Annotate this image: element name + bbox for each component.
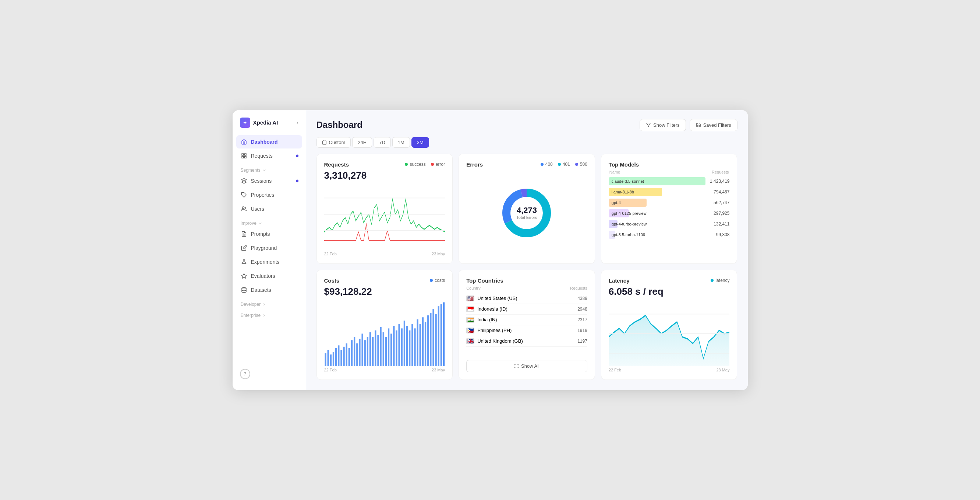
svg-rect-49 <box>393 326 395 366</box>
model-bar-llama: llama-3.1-8b <box>609 188 662 196</box>
svg-rect-30 <box>343 347 344 366</box>
svg-rect-24 <box>327 350 329 366</box>
svg-rect-67 <box>440 304 442 366</box>
errors-card-title: Errors <box>466 161 483 168</box>
sidebar-item-dashboard[interactable]: Dashboard <box>236 135 302 149</box>
requests-value: 3,310,278 <box>324 170 445 181</box>
sidebar-item-experiments[interactable]: Experiments <box>236 256 302 268</box>
nav-section-enterprise: Enterprise <box>236 308 302 319</box>
latency-value: 6.058 s / req <box>609 286 730 297</box>
requests-date-end: 23 May <box>432 252 445 256</box>
model-count: 1,423,419 <box>709 179 729 184</box>
svg-rect-41 <box>372 337 374 366</box>
sidebar-item-datasets[interactable]: Datasets <box>236 283 302 297</box>
model-count: 297,925 <box>709 211 729 216</box>
svg-rect-44 <box>380 327 381 366</box>
time-filter-1m[interactable]: 1M <box>392 137 410 148</box>
sidebar-item-users[interactable]: Users <box>236 202 302 216</box>
header-actions: Show Filters Saved Filters <box>640 119 737 131</box>
svg-rect-42 <box>375 330 376 366</box>
svg-rect-29 <box>340 350 342 366</box>
time-filter-custom[interactable]: Custom <box>317 137 351 148</box>
svg-rect-2 <box>242 156 243 158</box>
help-button[interactable]: ? <box>240 369 250 379</box>
latency-legend: latency <box>711 278 729 283</box>
sidebar-item-requests[interactable]: Requests <box>236 149 302 163</box>
svg-rect-38 <box>364 340 366 366</box>
svg-rect-36 <box>359 339 360 366</box>
svg-rect-33 <box>351 340 352 366</box>
latency-date-start: 22 Feb <box>609 368 621 372</box>
show-filters-button[interactable]: Show Filters <box>640 119 686 131</box>
svg-point-6 <box>242 207 244 209</box>
svg-rect-0 <box>242 153 243 155</box>
costs-card-title: Costs <box>324 278 340 284</box>
svg-rect-34 <box>354 337 355 366</box>
errors-total-value: 4,273 <box>516 206 537 215</box>
svg-rect-56 <box>411 324 413 366</box>
svg-rect-32 <box>348 348 350 366</box>
svg-rect-53 <box>403 321 405 366</box>
users-icon <box>241 206 247 212</box>
costs-date-start: 22 Feb <box>324 368 337 372</box>
svg-rect-28 <box>338 345 339 366</box>
sidebar-item-prompts[interactable]: Prompts <box>236 227 302 241</box>
sidebar-item-properties[interactable]: Properties <box>236 188 302 201</box>
country-row: 🇮🇩 Indonesia (ID) 2948 <box>466 304 587 315</box>
svg-rect-58 <box>417 319 418 366</box>
model-row: claude-3.5-sonnet 1,423,419 <box>609 177 730 185</box>
models-table-header: Name Requests <box>609 170 730 174</box>
main-content: Dashboard Show Filters Saved Filters Cus… <box>306 110 748 390</box>
sidebar-item-playground[interactable]: Playground <box>236 241 302 255</box>
top-countries-card: Top Countries Country Requests 🇺🇸 United… <box>458 270 595 380</box>
countries-table: 🇺🇸 United States (US) 4389 🇮🇩 Indonesia … <box>466 293 587 356</box>
model-bar-claude: claude-3.5-sonnet <box>609 177 706 185</box>
model-count: 132,411 <box>709 222 729 227</box>
main-header: Dashboard Show Filters Saved Filters <box>306 110 748 137</box>
svg-rect-51 <box>398 324 400 366</box>
country-row: 🇮🇳 India (IN) 2317 <box>466 315 587 325</box>
sidebar-collapse-icon[interactable]: ‹ <box>297 120 299 126</box>
sidebar-item-label: Prompts <box>251 231 270 237</box>
sidebar-item-label: Sessions <box>251 178 272 184</box>
country-row: 🇬🇧 United Kingdom (GB) 1197 <box>466 336 587 347</box>
svg-rect-48 <box>390 334 392 366</box>
grid-icon <box>241 153 247 159</box>
model-bar-gpt4: gpt-4 <box>609 199 647 207</box>
nav-section-developer: Developer <box>236 297 302 308</box>
saved-filters-button[interactable]: Saved Filters <box>690 119 738 131</box>
model-count: 99,308 <box>709 232 729 237</box>
errors-card: Errors 400 401 500 <box>458 153 595 264</box>
dashboard-grid: Requests success error 3,310,278 <box>306 153 748 390</box>
time-filter-24h[interactable]: 24H <box>352 137 372 148</box>
svg-rect-43 <box>377 335 379 366</box>
svg-rect-37 <box>361 334 363 366</box>
sidebar-item-evaluators[interactable]: Evaluators <box>236 269 302 283</box>
svg-marker-11 <box>646 123 651 127</box>
edit-icon <box>241 244 247 251</box>
flag-us: 🇺🇸 <box>466 296 474 301</box>
svg-marker-9 <box>242 273 246 278</box>
svg-rect-64 <box>433 309 434 366</box>
top-models-title: Top Models <box>609 161 639 168</box>
svg-rect-61 <box>424 322 426 366</box>
svg-marker-69 <box>609 315 730 366</box>
svg-rect-35 <box>356 343 358 366</box>
model-row: gpt-3.5-turbo-1106 99,308 <box>609 231 730 239</box>
time-filter-7d[interactable]: 7D <box>374 137 391 148</box>
show-all-button[interactable]: Show All <box>466 360 587 372</box>
database-icon <box>241 287 247 293</box>
latency-card: Latency latency 6.058 s / req <box>601 270 738 380</box>
requests-card: Requests success error 3,310,278 <box>317 153 453 264</box>
latency-chart <box>609 301 730 366</box>
time-filter-3m[interactable]: 3M <box>411 137 429 148</box>
svg-rect-60 <box>422 317 423 366</box>
sidebar-item-sessions[interactable]: Sessions <box>236 174 302 187</box>
logo-icon: ✦ <box>240 118 250 128</box>
app-name: Xpedia AI <box>253 119 278 126</box>
sidebar-nav: Dashboard Requests Segments Sessions <box>232 135 306 365</box>
svg-rect-3 <box>244 156 246 158</box>
svg-rect-27 <box>335 348 337 366</box>
sidebar-item-label: Experiments <box>251 259 280 265</box>
sidebar-footer: ? <box>232 365 306 383</box>
